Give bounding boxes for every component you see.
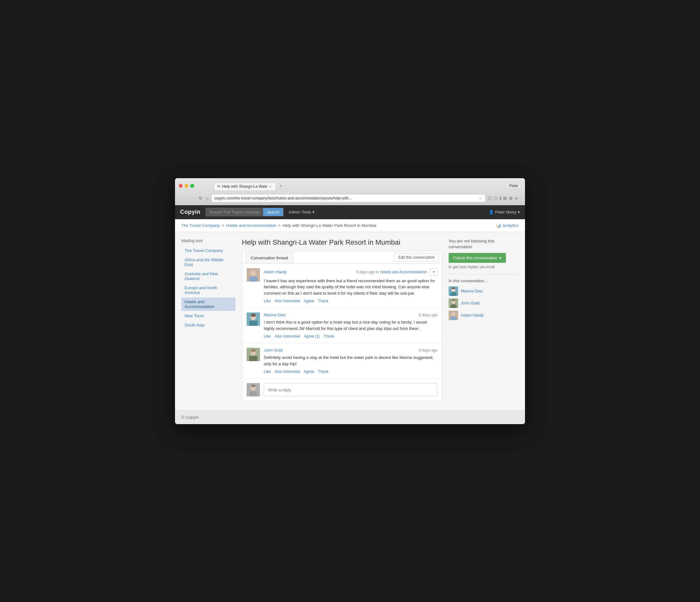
participant-name-adam[interactable]: Adam Hardy <box>461 313 484 318</box>
new-tab-button[interactable]: + <box>276 181 285 190</box>
sidebar-item-south-asia[interactable]: South Asia <box>181 321 235 329</box>
sidebar-item-hotels[interactable]: Hotels and Accommodation <box>181 298 235 311</box>
close-button[interactable] <box>179 184 183 188</box>
admin-dropdown-icon: ▾ <box>312 210 315 215</box>
participant-marina: Marina Diaz <box>449 286 519 296</box>
right-panel: You are not following this conversation … <box>449 238 519 402</box>
thank-action-john[interactable]: Thank <box>318 370 328 374</box>
tab-close-icon[interactable]: × <box>269 184 271 189</box>
browser-tab[interactable]: ✉ Help with Shangri-La Wate × <box>214 182 276 190</box>
browser-tabs: ✉ Help with Shangri-La Wate × + <box>214 181 285 190</box>
participant-adam: Adam Hardy <box>449 310 519 320</box>
post-author-john[interactable]: John Gold <box>264 348 282 353</box>
like-action-adam[interactable]: Like <box>264 299 271 303</box>
sidebar-item-europe[interactable]: Europe and North America <box>181 283 235 297</box>
conversation-tab[interactable]: Conversation thread <box>245 252 293 264</box>
post-meta-marina: Marina Diaz 8 days ago <box>264 312 438 317</box>
home-icon[interactable]: ⌂ <box>205 195 209 202</box>
like-action-marina[interactable]: Like <box>264 334 271 338</box>
also-interested-action-marina[interactable]: Also Interested <box>275 334 300 338</box>
post-actions-marina: Like Also Interested Agree (1) Thank <box>264 334 438 338</box>
participant-avatar-marina <box>449 286 458 296</box>
back-icon[interactable]: ← <box>183 195 189 202</box>
thank-action-marina[interactable]: Thank <box>324 334 334 338</box>
app-logo: Copyin <box>180 209 200 216</box>
analytics-link[interactable]: 📊 analytics <box>496 223 519 228</box>
breadcrumb-bar: The Travel Company > Hotels and Accommod… <box>175 219 525 232</box>
analytics-icon: 📊 <box>496 223 501 228</box>
post-time-john: 8 days ago <box>419 348 438 353</box>
thank-action-adam[interactable]: Thank <box>318 299 328 303</box>
edit-conversation-button[interactable]: Edit this conversation <box>394 253 439 261</box>
maximize-button[interactable] <box>190 184 194 188</box>
follow-conversation-button[interactable]: Follow this conversation ▾ <box>449 253 506 263</box>
follow-btn-label: Follow this conversation <box>453 255 497 260</box>
tab-title: Help with Shangri-La Wate <box>222 184 267 189</box>
post-text-adam: I haven't has any experience with them b… <box>264 278 438 297</box>
admin-tools-menu[interactable]: Admin Tools ▾ <box>289 210 315 215</box>
post-actions-john: Like Also Interested Agree Thank <box>264 370 438 374</box>
follow-dropdown-icon: ▾ <box>499 255 501 260</box>
agree-action-john[interactable]: Agree <box>304 370 314 374</box>
minimize-button[interactable] <box>184 184 189 188</box>
address-bar[interactable]: copyin.com/the-travel-company/lists/hote… <box>211 194 485 202</box>
main-layout: Mailing lists The Travel Company Africa … <box>175 232 525 408</box>
breadcrumb-current: Help with Shangri-La Water Park Resort i… <box>282 223 376 228</box>
reply-input[interactable] <box>264 383 438 397</box>
agree-action-marina[interactable]: Agree (1) <box>304 334 320 338</box>
post-text-john: Definitely avoid having a stay at the ho… <box>264 354 438 367</box>
footer-text: © CopyIn <box>181 415 199 420</box>
footer: © CopyIn <box>175 410 525 424</box>
app-header: Copyin search Admin Tools ▾ 👤 Peter Nixe… <box>175 205 525 219</box>
sidebar-item-travel-company[interactable]: The Travel Company <box>181 246 235 255</box>
admin-tools-label: Admin Tools <box>289 210 311 215</box>
forward-icon[interactable]: → <box>190 195 197 202</box>
conv-header: Conversation thread Edit this conversati… <box>242 251 442 264</box>
conversation-panel: Conversation thread Edit this conversati… <box>242 251 442 402</box>
agree-action-adam[interactable]: Agree <box>304 299 314 303</box>
also-interested-action-john[interactable]: Also Interested <box>275 370 300 374</box>
user-menu[interactable]: 👤 Peter Nixey ▾ <box>489 210 520 215</box>
svg-rect-15 <box>249 356 257 361</box>
breadcrumb-part2[interactable]: Hotels and Accommodation <box>226 223 276 228</box>
also-interested-action-adam[interactable]: Also Interested <box>275 299 300 303</box>
svg-rect-9 <box>249 321 257 326</box>
post-time-text-adam: 8 days ago in <box>356 270 379 274</box>
sidebar-item-new-tours[interactable]: New Tours <box>181 311 235 320</box>
sidebar-item-australia[interactable]: Australia and New Zealand <box>181 270 235 283</box>
svg-point-3 <box>251 271 255 275</box>
breadcrumb-part1[interactable]: The Travel Company <box>181 223 220 228</box>
layers-icon: ⊞ <box>503 196 507 201</box>
post-author-adam[interactable]: Adam Hardy <box>264 270 287 274</box>
user-name: Peter Nixey <box>495 210 517 215</box>
post-actions-adam: Like Also Interested Agree Thank <box>264 299 438 303</box>
address-bar-container: ← → ↻ ⌂ copyin.com/the-travel-company/li… <box>179 192 521 205</box>
like-action-john[interactable]: Like <box>264 370 271 374</box>
post-author-marina[interactable]: Marina Diaz <box>264 312 286 317</box>
reload-icon[interactable]: ↻ <box>198 195 204 202</box>
avatar-john <box>247 348 260 361</box>
post-meta-john: John Gold 8 days ago <box>264 348 438 353</box>
post-dropdown-adam[interactable]: ▾ <box>430 268 438 276</box>
search-button[interactable]: search <box>263 208 283 216</box>
bookmark-icon[interactable]: ☆ <box>478 196 483 201</box>
post-text-marina: I don't think this is a good option for … <box>264 319 438 331</box>
post-list-link-adam[interactable]: Hotels and Accommodation <box>380 270 427 274</box>
search-input[interactable] <box>206 208 263 216</box>
follow-sub-text: to get new replies via email <box>449 265 519 269</box>
post-meta-adam: Adam Hardy 8 days ago in Hotels and Acco… <box>264 268 438 276</box>
sidebar-item-africa[interactable]: Africa and the Middle East <box>181 255 235 269</box>
nav-controls: ← → ↻ ⌂ <box>183 195 209 202</box>
browser-titlebar: ✉ Help with Shangri-La Wate × + Peter ← … <box>175 178 525 205</box>
user-icon: 👤 <box>489 210 494 215</box>
search-bar: search <box>205 208 283 216</box>
post-time-marina: 8 days ago <box>419 313 438 317</box>
menu-icon[interactable]: ≡ <box>515 196 517 201</box>
page-title: Help with Shangri-La Water Park Resort i… <box>242 238 442 247</box>
apps-icon: ⚙ <box>509 196 513 201</box>
post-time-text-john: 8 days ago <box>419 348 438 353</box>
post-time-text-marina: 8 days ago <box>419 313 438 317</box>
participant-name-marina[interactable]: Marina Diaz <box>461 289 483 293</box>
participant-john: John Gold <box>449 298 519 308</box>
participant-name-john[interactable]: John Gold <box>461 301 479 305</box>
